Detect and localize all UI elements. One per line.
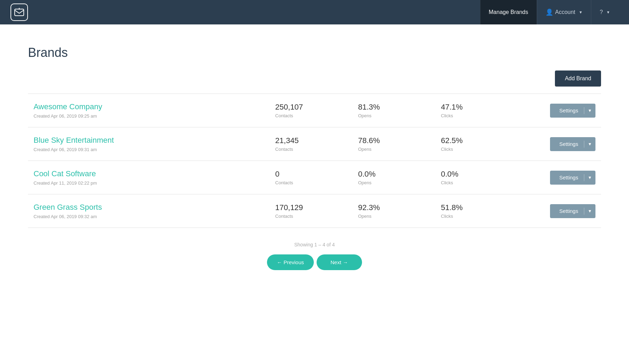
nav-manage-brands[interactable]: Manage Brands [480, 0, 537, 24]
brand-name-cell: Awesome Company Created Apr 06, 2019 09:… [28, 94, 270, 127]
account-label: Account [555, 9, 576, 15]
pagination-area: Showing 1 – 4 of 4 ← Previous Next → [28, 242, 601, 270]
settings-cell: Settings ▼ [518, 94, 601, 127]
brand-name-link[interactable]: Cool Cat Software [34, 169, 264, 178]
table-row: Cool Cat Software Created Apr 11, 2019 0… [28, 161, 601, 194]
pagination-buttons: ← Previous Next → [267, 254, 362, 270]
navbar: Manage Brands 👤 Account ▼ ? ▼ [0, 0, 629, 24]
stat-opens-cell: 78.6% Opens [353, 127, 435, 161]
clicks-label: Clicks [441, 113, 513, 118]
contacts-label: Contacts [275, 113, 347, 118]
stat-opens-cell: 81.3% Opens [353, 94, 435, 127]
navbar-right: Manage Brands 👤 Account ▼ ? ▼ [480, 0, 619, 24]
manage-brands-label: Manage Brands [489, 9, 528, 15]
stat-clicks-cell: 51.8% Clicks [435, 194, 518, 228]
toolbar: Add Brand [28, 70, 601, 87]
brand-name-link[interactable]: Green Grass Sports [34, 203, 264, 212]
stat-contacts-cell: 170,129 Contacts [270, 194, 353, 228]
stat-clicks-cell: 62.5% Clicks [435, 127, 518, 161]
table-row: Blue Sky Entertainment Created Apr 06, 2… [28, 127, 601, 161]
opens-label: Opens [358, 113, 430, 118]
nav-account[interactable]: 👤 Account ▼ [537, 0, 591, 24]
opens-label: Opens [358, 214, 430, 219]
table-row: Green Grass Sports Created Apr 06, 2019 … [28, 194, 601, 228]
add-brand-button[interactable]: Add Brand [555, 70, 601, 87]
clicks-value: 47.1% [441, 103, 513, 112]
chevron-down-icon: ▼ [584, 175, 595, 180]
contacts-label: Contacts [275, 214, 347, 219]
brand-created: Created Apr 06, 2019 09:31 am [34, 147, 264, 152]
opens-label: Opens [358, 180, 430, 185]
stat-clicks-cell: 47.1% Clicks [435, 94, 518, 127]
stat-contacts-cell: 250,107 Contacts [270, 94, 353, 127]
brand-name-cell: Blue Sky Entertainment Created Apr 06, 2… [28, 127, 270, 161]
brands-table: Awesome Company Created Apr 06, 2019 09:… [28, 94, 601, 228]
brand-created: Created Apr 06, 2019 09:32 am [34, 214, 264, 219]
brand-name-cell: Cool Cat Software Created Apr 11, 2019 0… [28, 161, 270, 194]
chevron-down-icon: ▼ [584, 142, 595, 147]
clicks-label: Clicks [441, 214, 513, 219]
settings-button[interactable]: Settings ▼ [550, 171, 595, 185]
brand-created: Created Apr 11, 2019 02:22 pm [34, 180, 264, 186]
account-icon: 👤 [545, 8, 553, 16]
clicks-label: Clicks [441, 180, 513, 185]
contacts-value: 170,129 [275, 203, 347, 212]
previous-button[interactable]: ← Previous [267, 254, 314, 270]
chevron-down-icon: ▼ [606, 10, 610, 14]
help-label: ? [600, 9, 603, 15]
brand-name-link[interactable]: Awesome Company [34, 102, 264, 111]
contacts-label: Contacts [275, 180, 347, 185]
chevron-down-icon: ▼ [579, 10, 583, 14]
brand-name-cell: Green Grass Sports Created Apr 06, 2019 … [28, 194, 270, 228]
stat-opens-cell: 0.0% Opens [353, 161, 435, 194]
contacts-label: Contacts [275, 147, 347, 152]
settings-label: Settings [550, 208, 584, 214]
settings-label: Settings [550, 141, 584, 147]
settings-label: Settings [550, 174, 584, 180]
contacts-value: 0 [275, 170, 347, 179]
stat-contacts-cell: 0 Contacts [270, 161, 353, 194]
stat-opens-cell: 92.3% Opens [353, 194, 435, 228]
brand-name-link[interactable]: Blue Sky Entertainment [34, 136, 264, 145]
clicks-value: 0.0% [441, 170, 513, 179]
brand-created: Created Apr 06, 2019 09:25 am [34, 113, 264, 119]
contacts-value: 250,107 [275, 103, 347, 112]
settings-button[interactable]: Settings ▼ [550, 104, 595, 118]
settings-cell: Settings ▼ [518, 127, 601, 161]
nav-help[interactable]: ? ▼ [591, 0, 619, 24]
stat-clicks-cell: 0.0% Clicks [435, 161, 518, 194]
opens-value: 81.3% [358, 103, 430, 112]
chevron-down-icon: ▼ [584, 108, 595, 113]
clicks-value: 51.8% [441, 203, 513, 212]
opens-value: 0.0% [358, 170, 430, 179]
svg-rect-0 [15, 9, 24, 16]
opens-label: Opens [358, 147, 430, 152]
opens-value: 78.6% [358, 136, 430, 145]
table-row: Awesome Company Created Apr 06, 2019 09:… [28, 94, 601, 127]
main-content: Brands Add Brand Awesome Company Created… [0, 24, 629, 364]
chevron-down-icon: ▼ [584, 209, 595, 214]
page-title: Brands [28, 45, 601, 60]
settings-cell: Settings ▼ [518, 161, 601, 194]
settings-cell: Settings ▼ [518, 194, 601, 228]
clicks-label: Clicks [441, 147, 513, 152]
contacts-value: 21,345 [275, 136, 347, 145]
clicks-value: 62.5% [441, 136, 513, 145]
opens-value: 92.3% [358, 203, 430, 212]
settings-label: Settings [550, 107, 584, 113]
settings-button[interactable]: Settings ▼ [550, 137, 595, 151]
app-logo[interactable] [10, 3, 28, 21]
settings-button[interactable]: Settings ▼ [550, 204, 595, 218]
stat-contacts-cell: 21,345 Contacts [270, 127, 353, 161]
showing-text: Showing 1 – 4 of 4 [294, 242, 335, 247]
next-button[interactable]: Next → [317, 254, 362, 270]
